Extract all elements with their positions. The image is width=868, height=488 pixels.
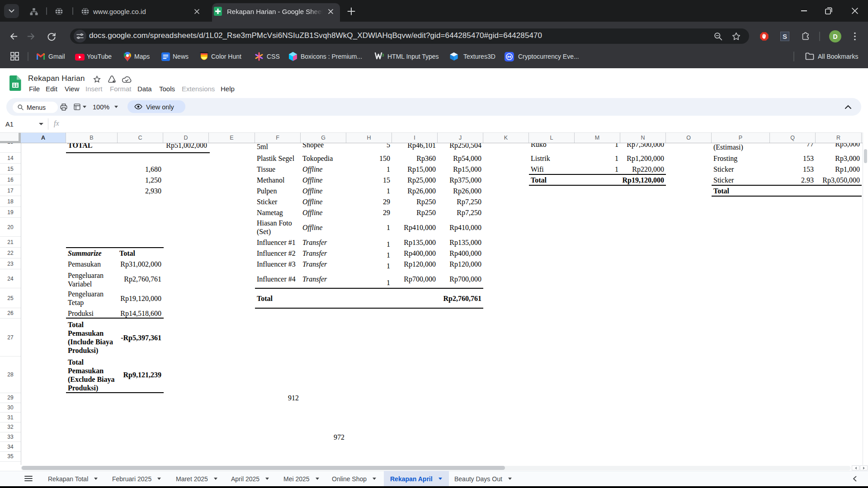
svg-text:3: 3	[382, 53, 384, 57]
